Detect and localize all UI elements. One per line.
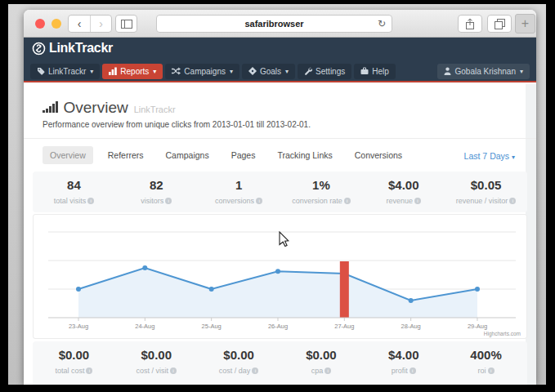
user-name: Gobala Krishnan [454, 67, 516, 76]
stat-value: $4.00 [362, 178, 445, 192]
stat-value: 1% [280, 178, 362, 192]
main-nav: LinkTrackr ▾ Reports ▾ Camp [24, 61, 536, 82]
x-axis-label: 26-Aug [268, 323, 288, 330]
tab-conversions[interactable]: Conversions [347, 146, 410, 164]
clicks-chart[interactable]: 23-Aug24-Aug25-Aug26-Aug27-Aug28-Aug29-A… [33, 214, 527, 339]
chevron-down-icon: ▾ [230, 68, 233, 75]
report-tabs: Overview Referrers Campaigns Pages Track… [43, 146, 410, 164]
highlight-band [340, 261, 349, 318]
info-icon[interactable]: i [414, 198, 421, 204]
stat-revenue: $4.00 revenuei [362, 172, 445, 212]
stat-label: total visits [54, 197, 87, 205]
user-menu[interactable]: Gobala Krishnan ▾ [437, 64, 530, 79]
chevron-down-icon: ▾ [90, 68, 93, 75]
nav-label: Reports [120, 67, 149, 76]
stat-cost-visit: $0.00 cost / visiti [115, 341, 198, 385]
wrench-icon [304, 67, 312, 75]
chevron-down-icon: ▾ [153, 68, 156, 75]
info-icon[interactable]: i [324, 368, 331, 374]
stat-label: revenue / visitor [456, 197, 508, 205]
nav-item-help[interactable]: Help [354, 64, 396, 79]
x-axis-label: 28-Aug [401, 323, 421, 330]
shuffle-icon [172, 67, 181, 75]
reload-icon[interactable]: ↻ [378, 16, 386, 33]
stat-value: $0.00 [115, 348, 198, 362]
stat-value: 400% [445, 348, 527, 362]
stats-row-top: 84 total visitsi 82 visitorsi 1 conversi… [33, 172, 527, 212]
info-icon[interactable]: i [252, 368, 258, 374]
data-point [76, 287, 81, 292]
tab-pages[interactable]: Pages [224, 146, 263, 164]
bar-chart-icon [109, 67, 117, 75]
tab-referrers[interactable]: Referrers [101, 146, 151, 164]
info-icon[interactable]: i [165, 198, 172, 204]
chart-credit: Highcharts.com [484, 331, 521, 337]
tab-overview[interactable]: Overview [43, 146, 93, 164]
nav-label: Settings [316, 67, 345, 76]
divider [24, 138, 536, 139]
new-tab-button[interactable]: + [515, 14, 535, 33]
forward-button[interactable]: › [90, 16, 111, 32]
tag-icon [37, 67, 45, 75]
nav-label: Campaigns [184, 67, 226, 76]
share-button[interactable] [458, 15, 482, 33]
signal-bars-icon [43, 101, 58, 113]
show-tabs-button[interactable] [487, 15, 512, 33]
info-icon[interactable]: i [488, 368, 495, 374]
stat-label: revenue [386, 197, 413, 205]
browser-window: ‹ › safaribrowser ↻ [24, 10, 536, 385]
info-icon[interactable]: i [87, 198, 94, 204]
x-axis-label: 29-Aug [468, 323, 487, 330]
info-icon[interactable]: i [509, 198, 516, 204]
stat-value: $0.00 [198, 348, 280, 362]
nav-item-settings[interactable]: Settings [298, 64, 351, 79]
stat-cpa: $0.00 cpai [280, 341, 362, 385]
data-point [209, 287, 214, 292]
history-nav: ‹ › [68, 15, 112, 33]
tab-campaigns[interactable]: Campaigns [159, 146, 217, 164]
stat-revenue-visitor: $0.05 revenue / visitori [445, 172, 527, 212]
chevron-down-icon: ▾ [285, 68, 289, 75]
stat-cost-day: $0.00 cost / dayi [198, 341, 280, 385]
date-range-label: Last 7 Days [464, 151, 509, 161]
stat-label: cost / day [219, 367, 251, 375]
x-axis-label: 25-Aug [202, 323, 222, 330]
page-heading: Overview LinkTrackr [43, 99, 176, 117]
nav-item-goals[interactable]: Goals ▾ [242, 64, 295, 79]
stat-label: conversion rate [292, 197, 342, 205]
info-icon[interactable]: i [86, 368, 92, 374]
minimize-button[interactable] [51, 19, 61, 29]
stat-label: profit [392, 367, 408, 375]
nav-item-campaigns[interactable]: Campaigns ▾ [165, 64, 239, 79]
date-range-dropdown[interactable]: Last 7 Days ▾ [464, 151, 515, 161]
stat-visitors: 82 visitorsi [115, 172, 198, 212]
stat-label: cost / visit [136, 367, 168, 375]
nav-item-reports[interactable]: Reports ▾ [102, 64, 163, 79]
info-icon[interactable]: i [410, 368, 416, 374]
close-button[interactable] [35, 19, 45, 29]
sidebar-toggle-button[interactable] [115, 15, 137, 33]
x-axis-label: 27-Aug [334, 323, 354, 330]
page-content: Overview LinkTrackr Performance overview… [24, 84, 536, 385]
stats-row-bottom: $0.00 total costi $0.00 cost / visiti $0… [33, 341, 527, 385]
info-icon[interactable]: i [344, 198, 351, 204]
stat-value: 82 [115, 178, 198, 192]
info-icon[interactable]: i [256, 198, 262, 204]
stat-roi: 400% roii [445, 341, 527, 385]
x-axis-label: 24-Aug [135, 323, 154, 330]
nav-label: LinkTrackr [48, 67, 86, 76]
page-subtitle: Performance overview from unique clicks … [43, 120, 311, 129]
info-icon[interactable]: i [170, 368, 177, 374]
address-bar[interactable]: safaribrowser ↻ [156, 15, 392, 33]
area-fill [78, 268, 477, 318]
back-button[interactable]: ‹ [69, 16, 90, 32]
diamond-icon [248, 67, 257, 75]
browser-toolbar: ‹ › safaribrowser ↻ [24, 10, 536, 38]
brand[interactable]: LinkTrackr [32, 41, 113, 56]
stat-value: $4.00 [362, 348, 445, 362]
tab-tracking-links[interactable]: Tracking Links [270, 146, 339, 164]
chevron-down-icon: ▾ [512, 154, 515, 161]
stat-label: conversions [215, 197, 254, 205]
data-point [475, 287, 480, 292]
nav-item-linktrackr[interactable]: LinkTrackr ▾ [30, 64, 100, 79]
